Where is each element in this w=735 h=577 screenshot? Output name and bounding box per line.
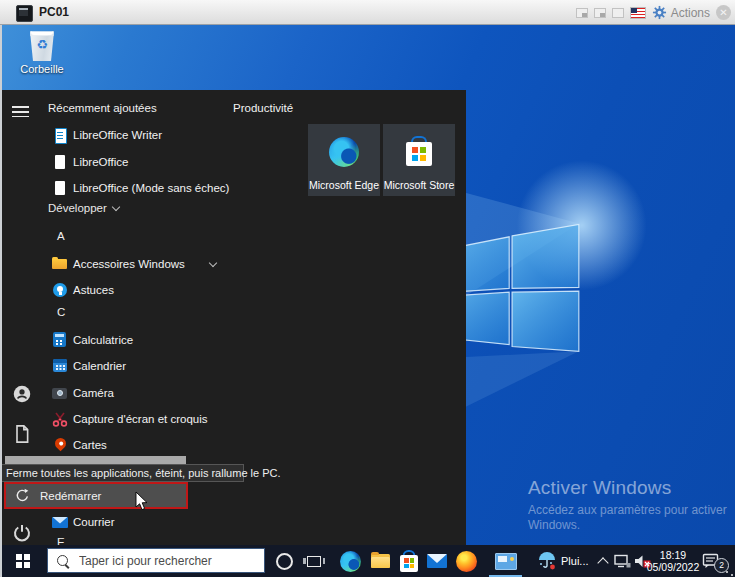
ctrl-alt-del-icon[interactable] (576, 8, 588, 18)
mouse-cursor (135, 491, 148, 511)
watermark-title: Activer Windows (528, 477, 727, 499)
watermark-line1: Accédez aux paramètres pour activer (528, 503, 727, 518)
running-app-indicator (489, 575, 522, 577)
app-cartes[interactable]: Cartes (44, 433, 220, 457)
expand-button[interactable]: Développer (48, 202, 119, 214)
recycle-bin-label: Corbeille (10, 63, 74, 75)
store-bag-icon (400, 550, 418, 572)
edge-icon (329, 137, 359, 167)
fullscreen-icon[interactable] (594, 8, 606, 18)
app-astuces[interactable]: Astuces (44, 278, 220, 302)
section-header-e: E (57, 536, 65, 545)
libreoffice-icon (52, 154, 68, 170)
taskbar-search[interactable] (47, 548, 265, 573)
close-icon[interactable]: ✕ (716, 5, 731, 20)
titlebar-controls: Actions ✕ (576, 0, 731, 25)
taskbar: Plui... 18:19 05/09/2022 (0, 545, 735, 577)
tile-microsoft-edge[interactable]: Microsoft Edge (308, 124, 380, 196)
app-libreoffice-safe-mode[interactable]: LibreOffice (Mode sans échec) (44, 176, 220, 200)
edge-icon (340, 551, 361, 572)
taskbar-edge[interactable] (335, 545, 365, 577)
recycle-bin-shortcut[interactable]: ♻ Corbeille (10, 29, 74, 75)
weather-widget[interactable] (534, 545, 560, 577)
hamburger-menu-icon[interactable] (12, 103, 32, 123)
restart-icon (15, 488, 30, 503)
tiles-group-header: Productivité (233, 102, 293, 114)
recycle-bin-icon: ♻ (27, 29, 57, 61)
power-flyout-item-partial[interactable] (5, 456, 186, 464)
task-view-button[interactable] (300, 545, 328, 577)
viewer-frame-edge (0, 25, 2, 577)
tray-overflow-button[interactable] (594, 545, 612, 577)
cortana-button[interactable] (270, 545, 298, 577)
vm-app-icon (16, 5, 33, 22)
vm-viewer-window: PC01 Actions ✕ (0, 0, 735, 577)
window-title: PC01 (39, 5, 69, 19)
mail-icon (52, 514, 68, 530)
chevron-down-icon (209, 258, 217, 266)
taskbar-store[interactable] (394, 545, 424, 577)
watermark-line2: Windows. (528, 518, 727, 533)
folder-icon (52, 256, 68, 272)
window-mode-icon[interactable] (612, 8, 624, 18)
tips-lightbulb-icon (52, 282, 68, 298)
taskbar-file-explorer[interactable] (365, 545, 395, 577)
taskbar-firefox[interactable] (451, 545, 481, 577)
restart-menu-item[interactable]: Redémarrer (4, 482, 188, 509)
app-courrier[interactable]: Courrier (44, 510, 220, 534)
user-account-icon[interactable] (12, 384, 32, 404)
app-libreoffice-writer[interactable]: LibreOffice Writer (44, 123, 220, 147)
tile-microsoft-store[interactable]: Microsoft Store (383, 124, 455, 196)
clock-time: 18:19 (646, 549, 700, 561)
calculator-icon (52, 332, 68, 348)
search-icon (57, 555, 68, 566)
network-status[interactable] (611, 545, 633, 577)
gear-icon[interactable] (652, 5, 667, 20)
running-app-window-icon (495, 553, 517, 570)
cortana-icon (276, 553, 293, 570)
mail-icon (427, 554, 447, 568)
clock-date: 05/09/2022 (646, 561, 700, 573)
app-accessoires-windows[interactable]: Accessoires Windows (44, 252, 220, 276)
notification-count-badge: 2 (714, 558, 729, 573)
restart-label: Redémarrer (40, 490, 101, 502)
store-bag-icon (406, 136, 432, 168)
firefox-icon (456, 551, 477, 572)
taskbar-running-app[interactable] (488, 545, 523, 577)
umbrella-rain-icon (537, 551, 557, 571)
chevron-down-icon (112, 202, 120, 210)
weather-label[interactable]: Plui... (561, 545, 589, 577)
activation-watermark: Activer Windows Accédez aux paramètres p… (528, 477, 727, 533)
taskbar-clock[interactable]: 18:19 05/09/2022 (646, 545, 700, 577)
app-calculatrice[interactable]: Calculatrice (44, 328, 220, 352)
app-camera[interactable]: Caméra (44, 381, 220, 405)
task-view-icon (307, 556, 321, 567)
calendar-icon (52, 358, 68, 374)
scissors-icon (52, 411, 68, 427)
app-libreoffice[interactable]: LibreOffice (44, 150, 220, 174)
section-header-a: A (57, 230, 65, 242)
windows-logo-icon (16, 554, 31, 569)
keyboard-layout-flag-icon[interactable] (630, 7, 646, 19)
vm-titlebar: PC01 Actions ✕ (0, 0, 735, 25)
map-pin-icon (52, 437, 68, 453)
taskbar-mail[interactable] (422, 545, 452, 577)
network-icon (614, 554, 631, 569)
actions-menu[interactable]: Actions (671, 6, 710, 20)
app-capture-ecran[interactable]: Capture d'écran et croquis (44, 407, 220, 431)
app-calendrier[interactable]: Calendrier (44, 354, 220, 378)
camera-icon (52, 385, 68, 401)
file-explorer-icon (371, 554, 390, 568)
documents-icon[interactable] (12, 424, 32, 444)
section-header-c: C (57, 306, 65, 318)
search-input[interactable] (77, 553, 264, 569)
start-button[interactable] (0, 545, 46, 577)
recent-apps-header: Récemment ajoutées (48, 102, 157, 114)
power-icon[interactable] (12, 523, 32, 543)
restart-tooltip: Ferme toutes les applications, éteint, p… (0, 464, 244, 482)
libreoffice-writer-icon (52, 127, 68, 143)
chevron-up-icon (597, 557, 608, 568)
libreoffice-safemode-icon (52, 180, 68, 196)
